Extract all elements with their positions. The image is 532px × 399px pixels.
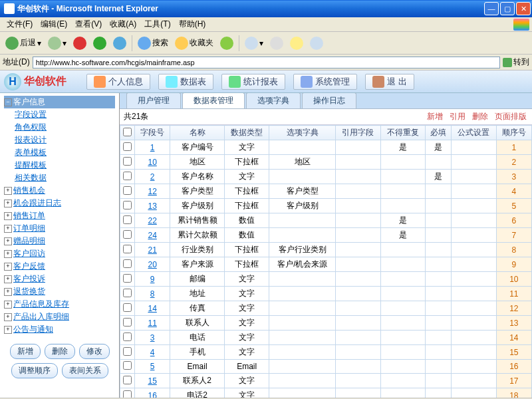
messenger-button[interactable] bbox=[307, 35, 326, 51]
tree-item[interactable]: + 客户回访 bbox=[4, 247, 115, 260]
row-checkbox[interactable] bbox=[123, 157, 132, 166]
col-header[interactable]: 选项字典 bbox=[269, 126, 336, 140]
col-header[interactable]: 字段号 bbox=[135, 126, 170, 140]
field-num-link[interactable]: 3 bbox=[150, 333, 155, 342]
field-num-link[interactable]: 10 bbox=[148, 158, 156, 167]
field-num-link[interactable]: 14 bbox=[148, 304, 156, 313]
close-button[interactable]: ✕ bbox=[516, 2, 531, 15]
tree-item[interactable]: + 退货换货 bbox=[4, 285, 115, 298]
action-ref[interactable]: 引用 bbox=[448, 111, 467, 122]
tree-item[interactable]: + 赠品明细 bbox=[4, 235, 115, 247]
tree-item[interactable]: + 公告与通知 bbox=[4, 323, 115, 336]
row-checkbox[interactable] bbox=[123, 201, 132, 209]
col-header[interactable]: 名称 bbox=[170, 126, 225, 140]
tree-item[interactable]: + 销售机会 bbox=[4, 184, 115, 197]
row-checkbox[interactable] bbox=[123, 361, 132, 370]
field-num-link[interactable]: 2 bbox=[150, 172, 155, 182]
col-header[interactable]: 引用字段 bbox=[336, 126, 380, 140]
forward-button[interactable]: ▾ bbox=[45, 35, 69, 51]
field-num-link[interactable]: 22 bbox=[148, 216, 156, 225]
menu-view[interactable]: 查看(V) bbox=[71, 17, 106, 31]
sidebar-pill[interactable]: 表间关系 bbox=[62, 363, 108, 378]
tab-tables[interactable]: 数据表管理 bbox=[182, 93, 245, 108]
go-button[interactable]: 转到 bbox=[503, 57, 529, 68]
row-checkbox[interactable] bbox=[123, 142, 132, 151]
tree-item[interactable]: 提醒模板 bbox=[4, 159, 115, 172]
mail-button[interactable]: ▾ bbox=[242, 35, 266, 51]
maximize-button[interactable]: ▢ bbox=[500, 2, 515, 15]
col-header[interactable]: 顺序号 bbox=[496, 126, 531, 140]
row-checkbox[interactable] bbox=[123, 215, 132, 224]
field-num-link[interactable]: 12 bbox=[148, 187, 156, 196]
nav-system[interactable]: 系统管理 bbox=[293, 74, 357, 90]
home-button[interactable] bbox=[110, 35, 129, 51]
action-add[interactable]: 新增 bbox=[426, 111, 444, 122]
minimize-button[interactable]: — bbox=[484, 2, 499, 15]
action-del[interactable]: 删除 bbox=[471, 111, 489, 122]
tree-item[interactable]: 相关数据 bbox=[4, 172, 115, 184]
row-checkbox[interactable] bbox=[123, 245, 132, 253]
tree-item[interactable]: + 客户反馈 bbox=[4, 260, 115, 273]
menu-file[interactable]: 文件(F) bbox=[3, 17, 37, 31]
favorites-button[interactable]: 收藏夹 bbox=[172, 35, 216, 51]
col-header[interactable]: 必填 bbox=[426, 126, 452, 140]
tree-item[interactable]: + 客户投诉 bbox=[4, 273, 115, 285]
field-num-link[interactable]: 15 bbox=[148, 376, 156, 386]
tree-item[interactable]: + 产品信息及库存 bbox=[4, 298, 115, 311]
nav-data[interactable]: 数据表 bbox=[158, 74, 213, 90]
col-header[interactable]: 不得重复 bbox=[380, 126, 425, 140]
col-checkbox[interactable] bbox=[120, 126, 135, 140]
row-checkbox[interactable] bbox=[123, 259, 132, 268]
tree-item[interactable]: 报表设计 bbox=[4, 134, 115, 146]
field-num-link[interactable]: 20 bbox=[148, 260, 156, 269]
field-num-link[interactable]: 13 bbox=[148, 201, 156, 211]
tree-item[interactable]: 字段设置 bbox=[4, 108, 115, 121]
row-checkbox[interactable] bbox=[123, 390, 132, 398]
menu-help[interactable]: 帮助(H) bbox=[175, 17, 210, 31]
row-checkbox[interactable] bbox=[123, 172, 132, 180]
address-input[interactable] bbox=[33, 57, 500, 68]
menu-edit[interactable]: 编辑(E) bbox=[37, 17, 71, 31]
field-num-link[interactable]: 5 bbox=[150, 362, 155, 371]
menu-favorites[interactable]: 收藏(A) bbox=[106, 17, 140, 31]
stop-button[interactable] bbox=[70, 35, 89, 51]
tree-item[interactable]: + 订单明细 bbox=[4, 222, 115, 235]
row-checkbox[interactable] bbox=[123, 332, 132, 341]
sidebar-pill[interactable]: 调整顺序 bbox=[11, 363, 58, 378]
refresh-button[interactable] bbox=[90, 35, 109, 51]
row-checkbox[interactable] bbox=[123, 376, 132, 384]
field-num-link[interactable]: 4 bbox=[150, 348, 155, 357]
tree-selected[interactable]: − 客户信息 bbox=[4, 96, 115, 108]
row-checkbox[interactable] bbox=[123, 289, 132, 297]
row-checkbox[interactable] bbox=[123, 274, 132, 283]
history-button[interactable] bbox=[217, 35, 236, 51]
field-num-link[interactable]: 9 bbox=[150, 275, 155, 284]
sidebar-pill[interactable]: 修改 bbox=[79, 344, 110, 359]
row-checkbox[interactable] bbox=[123, 230, 132, 239]
nav-report[interactable]: 统计报表 bbox=[221, 74, 285, 90]
row-checkbox[interactable] bbox=[123, 318, 132, 327]
edit-button[interactable] bbox=[287, 35, 306, 51]
sidebar-pill[interactable]: 删除 bbox=[45, 344, 75, 359]
row-checkbox[interactable] bbox=[123, 303, 132, 312]
tree-item[interactable]: + 产品出入库明细 bbox=[4, 311, 115, 323]
field-num-link[interactable]: 8 bbox=[150, 289, 155, 299]
tree-item[interactable]: 角色权限 bbox=[4, 121, 115, 134]
tab-users[interactable]: 用户管理 bbox=[126, 93, 181, 108]
menu-tools[interactable]: 工具(T) bbox=[140, 17, 174, 31]
nav-profile[interactable]: 个人信息 bbox=[86, 74, 150, 90]
col-header[interactable]: 公式设置 bbox=[452, 126, 496, 140]
tab-log[interactable]: 操作日志 bbox=[302, 93, 356, 108]
tree-item[interactable]: 表单模板 bbox=[4, 146, 115, 159]
field-num-link[interactable]: 21 bbox=[148, 245, 156, 255]
row-checkbox[interactable] bbox=[123, 186, 132, 195]
search-button[interactable]: 搜索 bbox=[135, 35, 171, 51]
action-layout[interactable]: 页面排版 bbox=[493, 111, 528, 122]
print-button[interactable] bbox=[267, 35, 286, 51]
col-header[interactable]: 数据类型 bbox=[224, 126, 269, 140]
tab-dict[interactable]: 选项字典 bbox=[246, 93, 301, 108]
back-button[interactable]: 后退 ▾ bbox=[3, 35, 44, 51]
field-num-link[interactable]: 11 bbox=[148, 319, 156, 328]
nav-exit[interactable]: 退 出 bbox=[365, 74, 414, 90]
sidebar-pill[interactable]: 新增 bbox=[10, 344, 41, 359]
